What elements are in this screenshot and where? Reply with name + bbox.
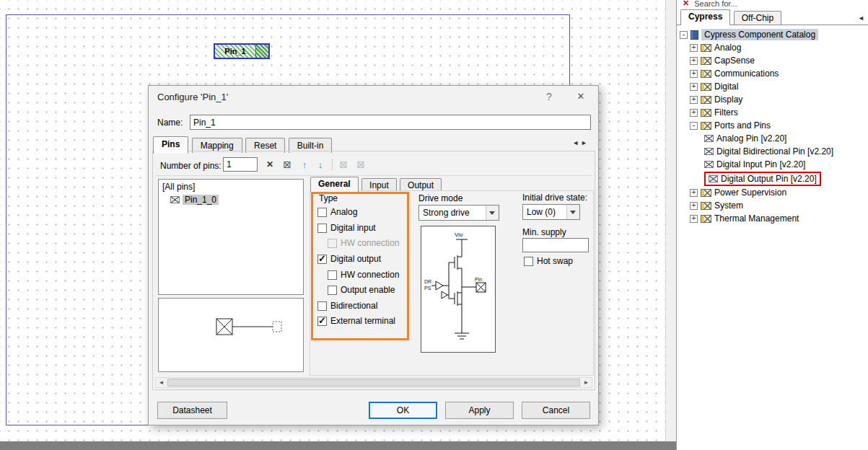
expand-icon[interactable]: +	[690, 44, 698, 52]
apply-button[interactable]: Apply	[445, 402, 514, 419]
collapse-icon[interactable]: -	[690, 122, 698, 130]
initial-drive-state-select[interactable]: Low (0)	[522, 204, 580, 220]
pin-component-selected[interactable]: Pin_1	[214, 43, 270, 59]
tree-item-label: Digital Output Pin [v2.20]	[721, 174, 817, 184]
expand-icon[interactable]: +	[690, 189, 698, 197]
tree-item-analog[interactable]: + Analog	[690, 41, 868, 54]
pins-list-panel[interactable]: [All pins] Pin_1_0	[158, 179, 304, 295]
tree-item-digital-input-pin[interactable]: Digital Input Pin [v2.20]	[704, 158, 868, 171]
ok-button[interactable]: OK	[369, 402, 437, 419]
tree-item-label: Thermal Management	[714, 213, 799, 224]
tab-scroll-left-icon[interactable]: ◄	[572, 139, 581, 146]
drive-mode-select[interactable]: Strong drive	[418, 205, 499, 221]
checkbox-box[interactable]	[317, 255, 327, 264]
scrollbar-thumb[interactable]	[167, 379, 580, 387]
checkbox-external-terminal[interactable]: External terminal	[317, 316, 395, 326]
expand-icon[interactable]: +	[690, 57, 698, 65]
tree-item-digital-bidirectional-pin[interactable]: Digital Bidirectional Pin [v2.20]	[704, 145, 868, 158]
checkbox-hw-connection-output[interactable]: HW connection	[328, 270, 399, 280]
tab-scroll-icons[interactable]: ◄►	[572, 139, 589, 146]
checkbox-hw-connection-input: HW connection	[328, 238, 399, 248]
tree-item-capsense[interactable]: + CapSense	[690, 54, 868, 67]
tree-item-system[interactable]: + System	[690, 199, 868, 212]
component-folder-icon	[701, 70, 711, 78]
drive-mode-circuit: Vio DR PS	[421, 226, 495, 352]
checkbox-digital-output[interactable]: Digital output	[317, 254, 381, 264]
tab-scroll-right-icon[interactable]: ►	[581, 139, 589, 146]
schematic-horizontal-scrollbar[interactable]	[0, 441, 676, 450]
pin-tree-item-label: Pin_1_0	[183, 195, 219, 205]
tab-general[interactable]: General	[310, 177, 359, 192]
all-pins-root[interactable]: [All pins]	[162, 182, 195, 192]
checkbox-bidirectional[interactable]: Bidirectional	[317, 301, 377, 311]
close-icon[interactable]: ✕	[575, 91, 587, 102]
expand-icon[interactable]: +	[690, 83, 698, 91]
name-input[interactable]	[190, 115, 591, 130]
tree-item-label: Communications	[714, 69, 779, 79]
pin-icon	[704, 161, 714, 168]
edit-pins-icon[interactable]	[280, 157, 294, 172]
schematic-vertical-scrollbar[interactable]	[665, 0, 676, 441]
move-pin-down-icon[interactable]	[313, 157, 328, 172]
number-of-pins-label: Number of pins:	[160, 161, 222, 171]
tab-pins[interactable]: Pins	[153, 136, 188, 154]
tab-mapping-label: Mapping	[201, 141, 234, 151]
scroll-right-icon[interactable]	[581, 378, 592, 387]
search-bar[interactable]: ✕ Search for...	[677, 0, 868, 8]
tab-output-label: Output	[408, 180, 434, 190]
tree-item-label: Digital Input Pin [v2.20]	[716, 159, 805, 169]
cancel-button[interactable]: Cancel	[522, 402, 590, 419]
component-catalog-panel: ✕ Search for... Cypress Off-Chip ◄ - Cyp…	[676, 0, 868, 450]
collapse-icon[interactable]: -	[680, 31, 688, 39]
svg-text:Vio: Vio	[455, 231, 463, 238]
tree-item-digital[interactable]: + Digital	[690, 80, 868, 93]
tree-item-display[interactable]: + Display	[690, 93, 868, 106]
tree-item-digital-output-pin[interactable]: Digital Output Pin [v2.20]	[704, 171, 868, 186]
tab-input-label: Input	[369, 180, 389, 190]
tree-item-label: Digital	[714, 81, 738, 92]
checkbox-analog[interactable]: Analog	[317, 207, 357, 217]
tree-item-filters[interactable]: + Filters	[690, 106, 868, 119]
component-folder-icon	[701, 189, 711, 197]
pin-icon	[704, 148, 714, 155]
search-placeholder[interactable]: Search for...	[694, 0, 737, 8]
tree-item-analog-pin[interactable]: Analog Pin [v2.20]	[704, 132, 868, 145]
tree-root-cypress-catalog[interactable]: - Cypress Component Catalog	[680, 28, 868, 41]
catalog-scroll-left-icon[interactable]: ◄	[858, 14, 864, 22]
tab-cypress[interactable]: Cypress	[680, 9, 730, 25]
tab-off-chip[interactable]: Off-Chip	[734, 11, 781, 25]
general-tab-page: Type Analog Digital input HW connection …	[310, 190, 594, 376]
checkbox-box[interactable]	[317, 317, 327, 326]
expand-icon[interactable]: +	[690, 96, 698, 104]
checkbox-box[interactable]	[524, 257, 533, 266]
checkbox-box[interactable]	[328, 286, 337, 295]
disabled-action-icon-1	[336, 157, 351, 172]
checkbox-box[interactable]	[317, 208, 327, 217]
checkbox-box[interactable]	[317, 224, 327, 233]
number-of-pins-input[interactable]	[223, 157, 258, 172]
expand-icon[interactable]: +	[690, 109, 698, 117]
help-icon[interactable]: ?	[543, 91, 555, 102]
dialog-title: Configure 'Pin_1'	[157, 92, 228, 102]
checkbox-output-enable[interactable]: Output enable	[328, 285, 395, 295]
checkbox-box[interactable]	[317, 301, 327, 311]
datasheet-button[interactable]: Datasheet	[157, 402, 227, 419]
delete-pin-icon[interactable]	[263, 157, 277, 172]
expand-icon[interactable]: +	[690, 202, 698, 210]
svg-text:PS: PS	[424, 286, 431, 291]
checkbox-box[interactable]	[328, 270, 337, 280]
move-pin-up-icon[interactable]	[297, 157, 312, 172]
tree-item-ports-and-pins[interactable]: - Ports and Pins	[690, 119, 868, 132]
min-supply-voltage-input[interactable]	[522, 238, 589, 252]
tree-item-communications[interactable]: + Communications	[690, 67, 868, 80]
expand-icon[interactable]: +	[690, 70, 698, 78]
tree-item-thermal-management[interactable]: + Thermal Management	[690, 212, 868, 225]
checkbox-digital-input[interactable]: Digital input	[317, 223, 376, 233]
tree-item-power-supervision[interactable]: + Power Supervision	[690, 186, 868, 199]
content-horizontal-scrollbar[interactable]	[155, 377, 592, 388]
checkbox-hot-swap[interactable]: Hot swap	[524, 256, 573, 266]
expand-icon[interactable]: +	[690, 215, 698, 223]
pin-tree-item[interactable]: Pin_1_0	[170, 195, 219, 205]
scroll-left-icon[interactable]	[156, 378, 167, 387]
clear-search-icon[interactable]: ✕	[683, 0, 689, 8]
